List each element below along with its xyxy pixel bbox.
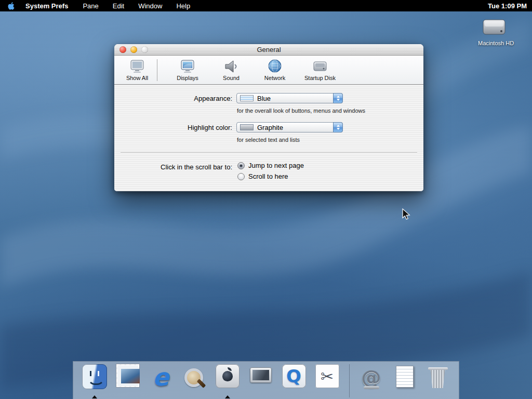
toolbar-displays[interactable]: Displays: [171, 59, 204, 81]
system-prefs-icon: [216, 364, 240, 388]
volume-label: Macintosh HD: [478, 40, 510, 46]
radio-jump-to-next-page[interactable]: [237, 162, 245, 169]
dock-item-mail-spring[interactable]: @: [358, 364, 385, 398]
dock-item-image-capture[interactable]: ✂: [314, 364, 341, 398]
dock-item-quicktime[interactable]: Q: [281, 364, 308, 398]
trash-icon: [425, 364, 451, 390]
menu-app-name[interactable]: System Prefs: [25, 2, 68, 10]
sherlock-icon: [181, 364, 207, 390]
radio-label[interactable]: Scroll to here: [248, 172, 288, 180]
mail-stamp-icon: [116, 364, 139, 387]
documents-icon: [392, 364, 418, 390]
running-indicator: [225, 395, 230, 398]
highlight-popup[interactable]: Graphite: [236, 122, 343, 132]
toolbar-startup-disk[interactable]: Startup Disk: [300, 59, 340, 81]
dock-item-documents[interactable]: [391, 364, 418, 398]
network-icon: [267, 59, 283, 74]
dock-item-mail-stamp[interactable]: [114, 364, 141, 398]
hard-drive-icon: [482, 17, 507, 37]
system-prefs-window: General Show All: [114, 44, 423, 191]
toolbar-network[interactable]: Network: [258, 59, 291, 81]
dock: eQ✂@: [73, 361, 459, 399]
dock-separator: [349, 364, 350, 397]
window-toolbar: Show All Displays: [114, 56, 423, 85]
quicktime-icon: Q: [282, 364, 306, 388]
menu-window[interactable]: Window: [138, 2, 162, 10]
appearance-value: Blue: [257, 95, 271, 102]
apple-logo-icon: [7, 2, 15, 10]
dock-item-trash[interactable]: [424, 364, 451, 398]
mail-spring-icon: @: [358, 364, 384, 390]
dock-item-sherlock[interactable]: [181, 364, 208, 398]
toolbar-label: Startup Disk: [304, 75, 336, 81]
finder-icon: [82, 364, 107, 389]
toolbar-show-all[interactable]: Show All: [121, 59, 154, 81]
popup-arrows-icon: [333, 93, 343, 103]
dock-item-finder[interactable]: [81, 364, 108, 398]
sound-icon: [223, 59, 240, 74]
toolbar-label: Show All: [126, 75, 148, 81]
show-all-icon: [129, 59, 145, 74]
dock-item-monitor[interactable]: [247, 364, 274, 398]
monitor-icon: [248, 364, 274, 390]
image-capture-icon: ✂: [315, 364, 339, 388]
internet-explorer-icon: e: [148, 364, 174, 390]
scrollbar-label: Click in the scroll bar to:: [114, 163, 232, 171]
toolbar-label: Displays: [177, 75, 198, 81]
displays-icon: [179, 59, 196, 74]
radio-row-scroll: Scroll to here: [237, 172, 288, 180]
startup-disk-icon: [312, 59, 328, 74]
highlight-help: for selected text and lists: [237, 137, 300, 143]
minimize-button[interactable]: [130, 46, 137, 53]
appearance-label: Appearance:: [114, 95, 232, 102]
running-indicator: [92, 395, 97, 398]
toolbar-separator: [157, 59, 157, 81]
window-content: Appearance: Blue for the overall look of…: [114, 85, 423, 191]
radio-row-jump: Jump to next page: [237, 162, 304, 169]
window-title: General: [257, 46, 281, 54]
dock-item-internet-explorer[interactable]: e: [148, 364, 175, 398]
highlight-value: Graphite: [257, 124, 283, 131]
zoom-button[interactable]: [141, 46, 148, 53]
menu-pane[interactable]: Pane: [83, 2, 98, 10]
radio-label[interactable]: Jump to next page: [248, 162, 304, 169]
highlight-swatch-graphite: [240, 124, 254, 130]
appearance-help: for the overall look of buttons, menus a…: [237, 108, 365, 114]
radio-scroll-to-here[interactable]: [237, 173, 245, 180]
macintosh-hd-desktop-icon[interactable]: Macintosh HD: [478, 17, 510, 46]
appearance-swatch-blue: [240, 95, 254, 101]
close-button[interactable]: [119, 46, 126, 53]
menu-bar: System Prefs Pane Edit Window Help Tue 1…: [0, 0, 532, 11]
menu-edit[interactable]: Edit: [113, 2, 124, 10]
apple-menu[interactable]: [7, 2, 15, 10]
toolbar-label: Network: [264, 75, 285, 81]
dock-item-system-prefs[interactable]: [214, 364, 241, 398]
toolbar-sound[interactable]: Sound: [215, 59, 248, 81]
window-titlebar[interactable]: General: [114, 44, 423, 56]
popup-arrows-icon: [333, 122, 343, 132]
menu-help[interactable]: Help: [176, 2, 190, 10]
toolbar-label: Sound: [223, 75, 240, 81]
window-controls: [119, 46, 148, 53]
highlight-label: Highlight color:: [114, 124, 232, 131]
appearance-popup[interactable]: Blue: [236, 93, 343, 103]
content-divider: [121, 152, 417, 153]
menu-clock[interactable]: Tue 1:09 PM: [488, 2, 527, 10]
